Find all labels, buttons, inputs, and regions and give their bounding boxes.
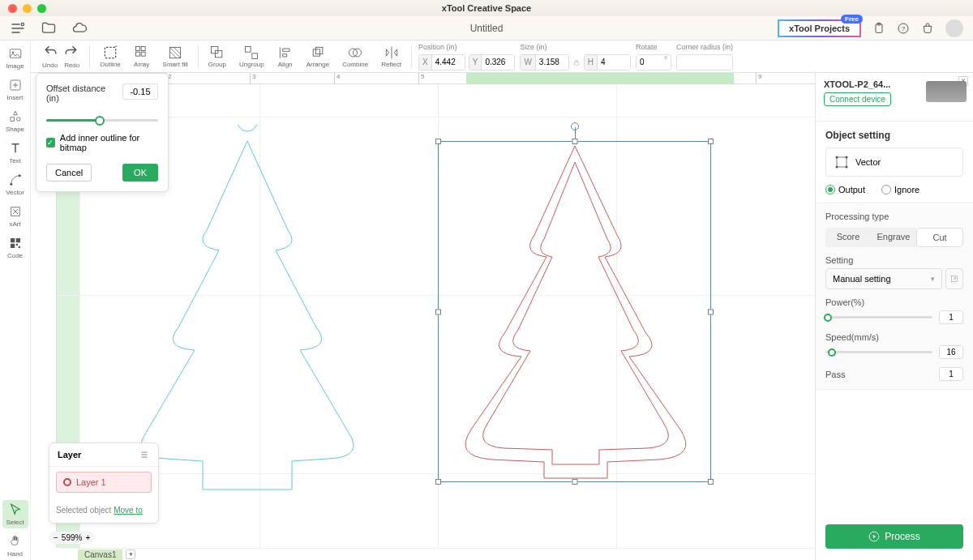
offset-value-input[interactable] bbox=[122, 83, 158, 100]
array-icon bbox=[134, 45, 150, 61]
layer-item-1[interactable]: Layer 1 bbox=[56, 472, 152, 493]
align-button[interactable]: Align bbox=[271, 45, 300, 68]
offset-slider[interactable] bbox=[46, 119, 158, 122]
layer-menu-icon[interactable] bbox=[140, 450, 150, 460]
svg-point-0 bbox=[21, 23, 24, 25]
corner-input[interactable] bbox=[676, 54, 733, 71]
pass-label: Pass bbox=[825, 370, 845, 379]
arrange-button[interactable]: Arrange bbox=[300, 45, 336, 68]
position-label: Position (in) bbox=[418, 43, 515, 51]
move-to-link[interactable]: Move to bbox=[114, 506, 143, 515]
power-slider[interactable] bbox=[825, 316, 932, 318]
sidebar-hand[interactable]: Hand bbox=[2, 532, 28, 560]
group-button[interactable]: Group bbox=[202, 45, 233, 68]
power-slider-thumb[interactable] bbox=[824, 314, 832, 322]
zoom-out-button[interactable]: − bbox=[54, 533, 58, 542]
tree-shape-red[interactable] bbox=[439, 142, 712, 483]
cancel-button[interactable]: Cancel bbox=[46, 164, 92, 182]
menu-icon[interactable] bbox=[10, 20, 26, 36]
sidebar-code[interactable]: Code bbox=[2, 233, 28, 262]
sidebar-insert[interactable]: Insert bbox=[2, 75, 28, 104]
outline-button[interactable]: Outline bbox=[93, 45, 126, 68]
sidebar-image[interactable]: Image bbox=[2, 44, 28, 72]
offset-slider-thumb[interactable] bbox=[95, 116, 105, 126]
smartfill-label: Smart fill bbox=[163, 61, 188, 68]
shape-icon bbox=[8, 109, 23, 124]
undo-icon[interactable] bbox=[43, 44, 59, 60]
offset-popup: Offset distance (in) ✓ Add inner outline… bbox=[36, 73, 169, 192]
reflect-button[interactable]: Reflect bbox=[375, 45, 408, 68]
power-input[interactable] bbox=[939, 310, 963, 324]
maximize-window-icon[interactable] bbox=[37, 4, 46, 13]
y-input[interactable]: Y bbox=[469, 54, 516, 71]
lock-icon[interactable] bbox=[572, 57, 581, 68]
avatar[interactable] bbox=[945, 19, 963, 37]
align-label: Align bbox=[278, 61, 293, 68]
svg-rect-14 bbox=[252, 53, 258, 59]
shop-icon[interactable] bbox=[921, 22, 934, 35]
connect-device-button[interactable]: Connect device bbox=[824, 92, 891, 106]
minimize-window-icon[interactable] bbox=[23, 4, 32, 13]
setting-extra-button[interactable] bbox=[945, 268, 963, 289]
x-input[interactable]: X bbox=[418, 54, 465, 71]
svg-rect-12 bbox=[215, 51, 221, 58]
canvas[interactable] bbox=[57, 84, 815, 548]
add-canvas-button[interactable]: + bbox=[126, 549, 135, 559]
ok-button[interactable]: OK bbox=[122, 164, 158, 182]
ignore-radio[interactable]: Ignore bbox=[881, 185, 919, 195]
combine-button[interactable]: Combine bbox=[336, 45, 375, 68]
cloud-icon[interactable] bbox=[71, 20, 88, 36]
top-toolbar: Untitled xTool Projects Free ? bbox=[0, 16, 973, 41]
speed-input[interactable] bbox=[939, 345, 963, 359]
offset-checkbox-row[interactable]: ✓ Add inner outline for bitmap bbox=[46, 133, 158, 152]
sidebar-xart[interactable]: xArt bbox=[2, 202, 28, 230]
smartfill-button[interactable]: Smart fill bbox=[156, 45, 195, 68]
ungroup-icon bbox=[243, 45, 259, 61]
smartfill-icon bbox=[167, 45, 183, 61]
engrave-button[interactable]: Engrave bbox=[871, 228, 916, 247]
score-button[interactable]: Score bbox=[825, 228, 871, 247]
left-sidebar: Image Insert Shape Text Vector xArt Code… bbox=[0, 41, 31, 560]
close-window-icon[interactable] bbox=[8, 4, 17, 13]
checkbox-icon: ✓ bbox=[46, 138, 55, 147]
h-input[interactable]: H bbox=[584, 54, 631, 71]
setting-label: Setting bbox=[825, 255, 963, 265]
layer-title: Layer bbox=[58, 450, 81, 460]
rotate-input[interactable]: ° bbox=[636, 54, 671, 71]
document-title[interactable]: Untitled bbox=[470, 23, 504, 34]
process-button[interactable]: Process bbox=[825, 524, 963, 549]
radio-icon bbox=[825, 185, 835, 195]
sidebar-shape[interactable]: Shape bbox=[2, 107, 28, 135]
play-icon bbox=[868, 531, 880, 542]
cut-button[interactable]: Cut bbox=[916, 228, 963, 247]
object-type-selector[interactable]: Vector bbox=[825, 147, 963, 177]
help-icon[interactable]: ? bbox=[897, 22, 910, 35]
folder-icon[interactable] bbox=[41, 20, 57, 36]
sidebar-vector[interactable]: Vector bbox=[2, 170, 28, 199]
device-header: × XTOOL-P2_64... Connect device bbox=[816, 73, 973, 122]
sidebar-text[interactable]: Text bbox=[2, 139, 28, 167]
svg-rect-28 bbox=[11, 238, 15, 242]
speed-slider[interactable] bbox=[825, 351, 932, 353]
redo-icon[interactable] bbox=[62, 44, 79, 60]
clipboard-icon[interactable] bbox=[872, 22, 885, 35]
setting-select[interactable]: Manual setting ▾ bbox=[825, 268, 942, 289]
group-icon bbox=[209, 45, 225, 61]
offset-checkbox-label: Add inner outline for bitmap bbox=[60, 133, 158, 152]
reflect-label: Reflect bbox=[381, 61, 401, 68]
canvas-tab[interactable]: Canvas1 bbox=[78, 549, 122, 560]
zoom-value[interactable]: 599% bbox=[62, 533, 83, 542]
layer-footer: Selected object Move to bbox=[49, 498, 158, 523]
zoom-in-button[interactable]: + bbox=[85, 533, 90, 542]
output-radio[interactable]: Output bbox=[825, 185, 865, 195]
w-input[interactable]: W bbox=[520, 54, 568, 71]
selection-box[interactable] bbox=[438, 141, 711, 482]
sidebar-select[interactable]: Select bbox=[2, 500, 28, 528]
svg-rect-13 bbox=[246, 47, 251, 53]
pass-input[interactable] bbox=[939, 367, 963, 381]
speed-slider-thumb[interactable] bbox=[828, 348, 836, 357]
projects-button[interactable]: xTool Projects Free bbox=[778, 19, 861, 37]
array-button[interactable]: Array bbox=[127, 45, 156, 68]
ungroup-button[interactable]: Ungroup bbox=[233, 45, 271, 68]
undo-redo-group: Undo Redo bbox=[36, 44, 86, 69]
